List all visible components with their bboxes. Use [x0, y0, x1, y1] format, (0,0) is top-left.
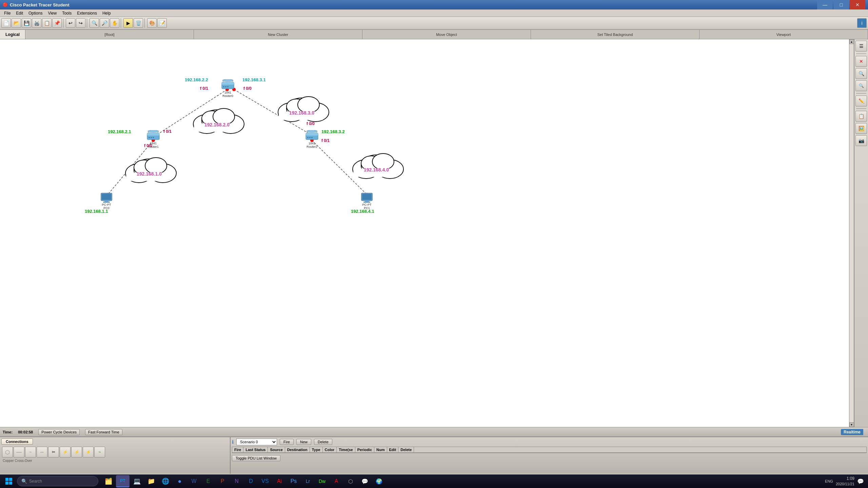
- maximize-button[interactable]: □: [833, 0, 849, 9]
- taskbar-app-edge[interactable]: 🌐: [159, 475, 172, 487]
- right-tool-camera[interactable]: 📷: [855, 135, 867, 146]
- pc1[interactable]: PC-PT PC1: [361, 192, 373, 210]
- note-button[interactable]: 📝: [157, 18, 167, 28]
- taskbar-app-photoshop[interactable]: Ps: [287, 475, 300, 487]
- right-tool-zoom-in[interactable]: 🔍: [855, 68, 867, 79]
- palette-button[interactable]: 🎨: [147, 18, 157, 28]
- conn-tool-1[interactable]: ⬡: [2, 447, 13, 458]
- taskbar-notification[interactable]: 💬: [857, 478, 864, 485]
- conn-tool-2[interactable]: —: [14, 447, 24, 458]
- conn-tool-3[interactable]: ~: [25, 447, 36, 458]
- right-tool-draw[interactable]: ✏️: [855, 96, 867, 106]
- power-cycle-btn[interactable]: Power Cycle Devices: [38, 429, 80, 435]
- tab-root[interactable]: [Root]: [25, 30, 194, 39]
- conn-tab-connections[interactable]: Connections: [1, 439, 33, 445]
- taskbar-app-lightroom[interactable]: Lr: [301, 475, 315, 487]
- copy-button[interactable]: 📋: [42, 18, 52, 28]
- save-button[interactable]: 💾: [22, 18, 31, 28]
- router2[interactable]: 1841 Router2: [305, 130, 319, 149]
- menu-file[interactable]: File: [1, 10, 13, 16]
- right-tool-select[interactable]: ☰: [855, 41, 867, 52]
- conn-tool-8[interactable]: ⚡: [83, 447, 94, 458]
- new-button[interactable]: 📄: [1, 18, 11, 28]
- pc0[interactable]: PC-PT PC0: [100, 192, 113, 210]
- taskbar-apps: 🗂️ PT 💻 📁 🌐 ● W E P N D VS Ai Ps Lr Dw A…: [102, 475, 386, 487]
- paste-button[interactable]: 📌: [52, 18, 62, 28]
- menu-view[interactable]: View: [45, 10, 59, 16]
- menu-edit[interactable]: Edit: [13, 10, 26, 16]
- zoom-out-button[interactable]: 🔎: [100, 18, 109, 28]
- undo-button[interactable]: ↩: [66, 18, 75, 28]
- pan-button[interactable]: ✋: [110, 18, 119, 28]
- cloud-192-168-2-0[interactable]: 192.168.2.0: [183, 102, 251, 137]
- new-scenario-button[interactable]: New: [296, 439, 311, 445]
- svg-point-50: [149, 137, 150, 138]
- menu-options[interactable]: Options: [26, 10, 45, 16]
- taskbar-app-unknown1[interactable]: ⬡: [344, 475, 357, 487]
- toggle-pdu-btn[interactable]: Toggle PDU List Window: [232, 455, 280, 461]
- menu-tools[interactable]: Tools: [59, 10, 74, 16]
- right-tool-zoom-out[interactable]: 🔍: [855, 80, 867, 91]
- router0-if-left: f 0/1: [200, 86, 208, 91]
- redo-button[interactable]: ↪: [76, 18, 85, 28]
- taskbar-app-files[interactable]: 📁: [144, 475, 158, 487]
- conn-label: Copper Cross-Over: [1, 458, 229, 463]
- move-object-btn[interactable]: Move Object: [362, 30, 531, 39]
- delete-button[interactable]: 🗑️: [134, 18, 143, 28]
- fire-button[interactable]: Fire: [280, 439, 294, 445]
- right-tool-note[interactable]: 📋: [855, 111, 867, 122]
- taskbar-app-chrome[interactable]: ●: [173, 475, 186, 487]
- minimize-button[interactable]: —: [817, 0, 833, 9]
- conn-tool-9[interactable]: ~: [94, 447, 105, 458]
- taskbar-app-excel[interactable]: E: [201, 475, 215, 487]
- taskbar-app-packettracer[interactable]: PT: [116, 475, 130, 487]
- conn-tool-6[interactable]: ⚡: [60, 447, 71, 458]
- scroll-down[interactable]: ▼: [849, 422, 854, 427]
- taskbar-app-terminal[interactable]: 💻: [130, 475, 144, 487]
- search-placeholder: Search: [29, 479, 42, 484]
- zoom-in-button[interactable]: 🔍: [90, 18, 99, 28]
- taskbar-search[interactable]: 🔍 Search: [17, 476, 98, 486]
- viewport-btn[interactable]: Viewport: [699, 30, 868, 39]
- scroll-track[interactable]: [849, 44, 854, 422]
- close-button[interactable]: ✕: [850, 0, 865, 9]
- taskbar-app-devops[interactable]: D: [244, 475, 258, 487]
- menu-help[interactable]: Help: [100, 10, 114, 16]
- open-button[interactable]: 📂: [12, 18, 21, 28]
- cloud-192-168-1-0[interactable]: 192.168.1.0: [115, 151, 183, 186]
- taskbar-app-adobe[interactable]: Ai: [273, 475, 286, 487]
- taskbar-app-wechat[interactable]: 💬: [358, 475, 372, 487]
- conn-tool-7[interactable]: ⚡: [71, 447, 82, 458]
- tab-logical[interactable]: Logical: [0, 30, 25, 39]
- cloud-192-168-3-0[interactable]: 192.168.3.0: [268, 90, 336, 125]
- taskbar-app-acrobat[interactable]: A: [330, 475, 343, 487]
- conn-tool-4[interactable]: ╌: [37, 447, 47, 458]
- network-canvas[interactable]: 192.168.1.0 192.168.2.0: [0, 39, 849, 427]
- set-background-btn[interactable]: Set Tiled Background: [531, 30, 699, 39]
- taskbar-app-word[interactable]: W: [187, 475, 201, 487]
- start-button[interactable]: [1, 475, 16, 487]
- right-tool-palette[interactable]: 🖼️: [855, 123, 867, 134]
- scenario-select[interactable]: Scenario 0: [236, 439, 277, 445]
- print-button[interactable]: 🖨️: [32, 18, 41, 28]
- taskbar-app-dreamweaver[interactable]: Dw: [315, 475, 329, 487]
- taskbar-app-browser2[interactable]: 🌍: [372, 475, 386, 487]
- delete-scenario-button[interactable]: Delete: [314, 439, 332, 445]
- cloud-192-168-4-0[interactable]: 192.168.4.0: [342, 147, 410, 182]
- conn-tool-5[interactable]: ✂: [48, 447, 59, 458]
- fast-forward-btn[interactable]: Fast Forward Time: [85, 429, 122, 435]
- taskbar-app-explorer[interactable]: 🗂️: [102, 475, 115, 487]
- right-tool-delete[interactable]: ✕: [855, 56, 867, 67]
- taskbar-app-powerpoint[interactable]: P: [216, 475, 229, 487]
- info-button[interactable]: i: [857, 18, 867, 28]
- router0[interactable]: 1841 Router0: [221, 79, 235, 98]
- svg-point-47: [222, 79, 233, 81]
- svg-rect-71: [363, 202, 370, 203]
- new-cluster-btn[interactable]: New Cluster: [194, 30, 362, 39]
- scroll-up[interactable]: ▲: [849, 39, 854, 44]
- taskbar-app-vscode[interactable]: VS: [258, 475, 272, 487]
- menu-extensions[interactable]: Extensions: [74, 10, 100, 16]
- taskbar-app-onenote[interactable]: N: [230, 475, 243, 487]
- select-button[interactable]: ▶: [123, 18, 133, 28]
- svg-rect-73: [9, 478, 12, 481]
